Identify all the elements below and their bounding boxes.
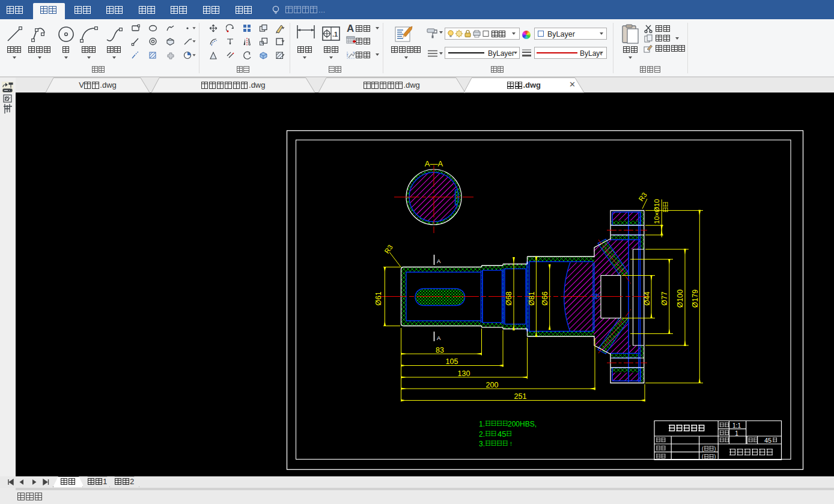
svg-text:y: y — [347, 52, 349, 56]
svg-text:251: 251 — [514, 392, 527, 401]
svg-text:10×Ø10: 10×Ø10 — [653, 199, 660, 223]
svg-text:Ø77: Ø77 — [660, 291, 669, 306]
svg-text:45: 45 — [498, 430, 506, 439]
svg-text:200: 200 — [486, 381, 499, 389]
svg-text:200HBS,: 200HBS, — [508, 420, 537, 428]
svg-text:Ø179: Ø179 — [691, 290, 699, 308]
svg-text:！: ！ — [508, 441, 514, 447]
svg-text:1:1: 1:1 — [732, 422, 741, 429]
svg-text:Ø100: Ø100 — [676, 290, 684, 308]
svg-text:(: ( — [702, 454, 704, 460]
svg-text:1: 1 — [735, 430, 738, 437]
svg-text:105: 105 — [446, 357, 458, 366]
svg-text:R3: R3 — [638, 191, 648, 202]
svg-text:A: A — [437, 258, 441, 264]
svg-text:3.: 3. — [479, 440, 485, 448]
svg-text:83: 83 — [436, 346, 444, 354]
svg-text:A: A — [437, 335, 441, 341]
svg-text:A—A: A—A — [425, 159, 443, 168]
svg-text:2.: 2. — [479, 430, 485, 439]
svg-text:1.: 1. — [479, 420, 485, 428]
svg-text:45: 45 — [764, 437, 772, 444]
svg-text:130: 130 — [458, 369, 470, 378]
svg-text:R3: R3 — [383, 243, 394, 255]
svg-text:Ø61: Ø61 — [374, 291, 383, 306]
svg-text:): ) — [714, 446, 716, 452]
svg-text:Ø68: Ø68 — [505, 291, 513, 306]
svg-text:Ø81: Ø81 — [528, 291, 536, 306]
svg-text:): ) — [714, 454, 716, 460]
svg-text:Ø66: Ø66 — [541, 291, 549, 306]
svg-text:Ø44: Ø44 — [643, 291, 651, 306]
svg-text:.1: .1 — [332, 31, 338, 38]
svg-text:(: ( — [702, 446, 704, 452]
